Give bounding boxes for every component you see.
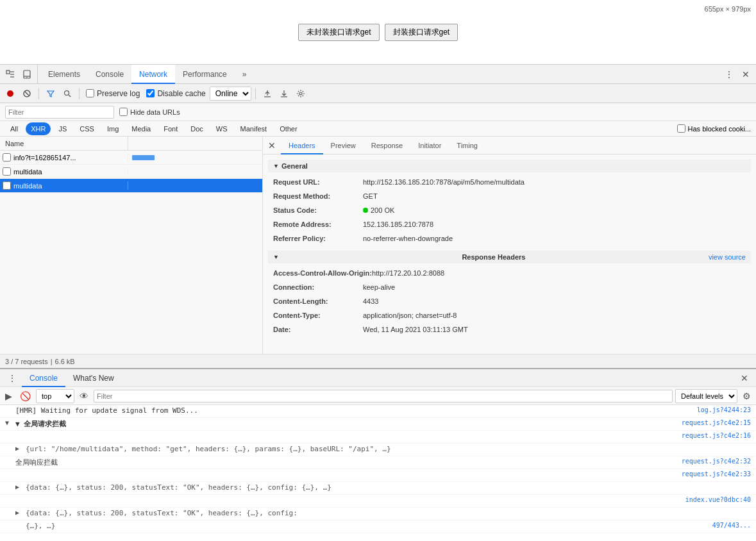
type-filter-media[interactable]: Media (126, 122, 156, 135)
svg-point-6 (26, 76, 27, 77)
console-line-continuation: {…}, …} 497/443... (0, 520, 756, 533)
has-blocked-checkbox[interactable] (677, 124, 685, 133)
console-arrow-obj-1[interactable]: ▶ (15, 445, 23, 452)
type-filter-manifest[interactable]: Manifest (235, 122, 273, 135)
console-link-indexvue[interactable]: index.vue?0dbc:40 (685, 496, 751, 503)
type-filter-all[interactable]: All (5, 122, 23, 135)
type-filter-row: All XHR JS CSS Img Media Font Doc WS Man… (0, 121, 756, 137)
unencapsulated-request-button[interactable]: 未封装接口请求get (298, 24, 380, 41)
type-filter-doc[interactable]: Doc (185, 122, 208, 135)
device-toolbar-icon[interactable] (19, 67, 35, 82)
console-line-request-obj[interactable]: ▶ {url: "/home/multidata", method: "get"… (0, 444, 756, 456)
devtools-icon-group (0, 65, 38, 83)
request-row-1[interactable]: multidata (0, 165, 262, 179)
request-url-row: Request URL: http://152.136.185.210:7878… (268, 175, 751, 189)
tab-performance[interactable]: Performance (175, 65, 235, 84)
console-eye-icon[interactable]: 👁 (77, 391, 91, 401)
request-name-1: multidata (0, 167, 128, 176)
console-line-response-obj-1[interactable]: ▶ {data: {…}, status: 200, statusText: "… (0, 482, 756, 495)
request-row-2[interactable]: multidata (0, 179, 262, 193)
console-line-index-vue: index.vue?0dbc:40 (0, 495, 756, 508)
console-level-select[interactable]: Default levels (675, 389, 737, 403)
devtools-header: Elements Console Network Performance » ⋮… (0, 65, 756, 84)
export-har-button[interactable] (276, 86, 292, 101)
import-har-button[interactable] (260, 86, 275, 101)
svg-line-11 (69, 95, 71, 97)
tab-elements[interactable]: Elements (40, 65, 88, 84)
network-throttle-select[interactable]: Online (210, 87, 251, 101)
tab-console[interactable]: Console (88, 65, 131, 84)
console-tab-console[interactable]: Console (22, 369, 65, 387)
request-checkbox-1[interactable] (3, 167, 11, 176)
console-clear-icon[interactable]: 🚫 (17, 391, 33, 401)
devtools-close-icon[interactable]: ✕ (738, 67, 753, 82)
network-settings-button[interactable] (293, 86, 308, 101)
disable-cache-label[interactable]: Disable cache (144, 89, 208, 98)
preserve-log-label[interactable]: Preserve log (83, 89, 142, 98)
request-checkbox-0[interactable] (3, 153, 11, 162)
request-row-0[interactable]: info?t=162865147... (0, 151, 262, 165)
console-line-hmr: [HMR] Waiting for update signal from WDS… (0, 405, 756, 418)
page-area: 655px × 979px 未封装接口请求get 封装接口请求get (0, 0, 756, 64)
type-filter-css[interactable]: CSS (74, 122, 99, 135)
header-date-row: Date: Wed, 11 Aug 2021 03:11:13 GMT (268, 322, 751, 337)
type-filter-js[interactable]: JS (53, 122, 72, 135)
tab-network[interactable]: Network (131, 65, 175, 84)
console-tab-whatsnew[interactable]: What's New (65, 369, 122, 387)
console-settings-icon[interactable]: ⚙ (740, 391, 753, 401)
filter-input[interactable] (5, 106, 114, 119)
devtools-more-icon[interactable]: ⋮ (721, 67, 737, 82)
record-button[interactable] (3, 86, 18, 101)
request-name-0: info?t=162865147... (0, 153, 128, 162)
inspect-element-icon[interactable] (3, 67, 18, 82)
console-link-2[interactable]: request.js?c4e2:16 (682, 432, 751, 439)
preserve-log-checkbox[interactable] (86, 89, 94, 97)
hide-data-urls-checkbox[interactable] (119, 108, 128, 116)
console-tabs: ⋮ Console What's New ✕ (0, 369, 756, 387)
details-close-button[interactable]: ✕ (263, 140, 281, 151)
type-filter-other[interactable]: Other (274, 122, 303, 135)
timeline-bar-1 (128, 165, 262, 178)
view-source-link[interactable]: view source (709, 253, 746, 261)
filter-button[interactable] (43, 86, 58, 101)
details-tab-timing[interactable]: Timing (449, 137, 485, 154)
console-link-hmr[interactable]: log.js?4244:23 (697, 406, 751, 413)
console-arrow-obj-2[interactable]: ▶ (15, 483, 23, 490)
console-more-icon[interactable]: ⋮ (3, 373, 22, 383)
details-tab-initiator[interactable]: Initiator (410, 137, 449, 154)
clear-button[interactable] (19, 86, 35, 101)
console-arrow-obj-3[interactable]: ▶ (15, 509, 23, 516)
console-context-select[interactable]: top (36, 389, 74, 403)
console-link-continuation[interactable]: 497/443... (712, 522, 751, 529)
console-line-response-obj-2[interactable]: ▶ {data: {…}, status: 200, statusText: "… (0, 508, 756, 520)
timeline-bar-segment-0 (132, 155, 155, 160)
details-tab-headers[interactable]: Headers (281, 137, 323, 154)
hide-data-urls-label[interactable]: Hide data URLs (119, 108, 180, 116)
console-link-5[interactable]: request.js?c4e2:33 (682, 470, 751, 478)
type-filter-font[interactable]: Font (158, 122, 183, 135)
console-close-icon[interactable]: ✕ (735, 373, 753, 383)
details-tab-response[interactable]: Response (364, 137, 411, 154)
console-line-response-interceptor-header: 全局响应拦截 request.js?c4e2:32 (0, 456, 756, 469)
response-headers-section: Response Headers view source Access-Cont… (268, 251, 751, 337)
request-checkbox-2[interactable] (3, 181, 11, 190)
search-button[interactable] (60, 86, 75, 101)
devtools-actions: ⋮ ✕ (719, 67, 756, 82)
tab-more[interactable]: » (235, 65, 255, 84)
details-tab-preview[interactable]: Preview (323, 137, 364, 154)
request-list-area: info?t=162865147... multidata (0, 151, 262, 354)
encapsulated-request-button[interactable]: 封装接口请求get (385, 24, 458, 41)
console-filter-input[interactable] (94, 390, 673, 403)
disable-cache-checkbox[interactable] (146, 89, 155, 97)
console-link-1[interactable]: request.js?c4e2:15 (682, 419, 751, 426)
general-section-header: General (268, 160, 751, 172)
console-execute-icon[interactable]: ▶ (3, 391, 15, 401)
has-blocked-cookies[interactable]: Has blocked cooki... (677, 124, 751, 133)
console-link-4[interactable]: request.js?c4e2:32 (682, 458, 751, 465)
console-line-blank-1: request.js?c4e2:16 (0, 431, 756, 444)
type-filter-xhr[interactable]: XHR (26, 122, 51, 135)
type-filter-img[interactable]: Img (102, 122, 124, 135)
toolbar-sep-3 (255, 88, 256, 99)
type-filter-ws[interactable]: WS (211, 122, 233, 135)
console-line-blank-2: request.js?c4e2:33 (0, 469, 756, 482)
